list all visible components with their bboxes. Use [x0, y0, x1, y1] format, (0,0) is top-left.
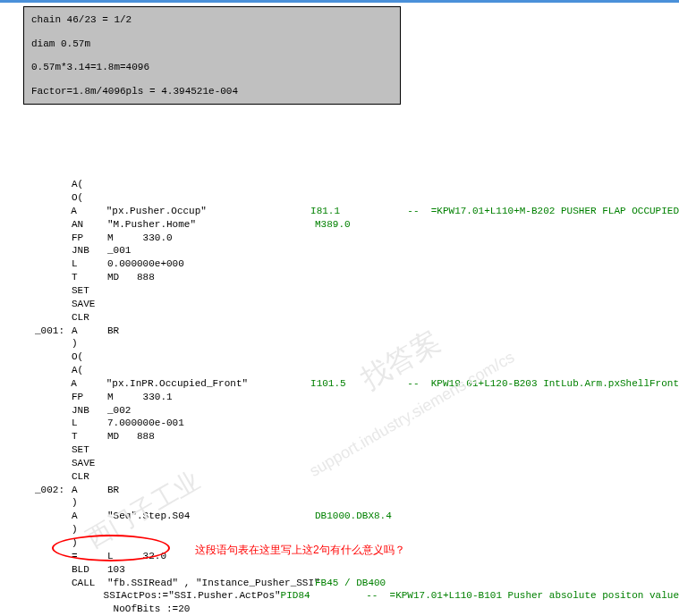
operand [107, 350, 315, 364]
address [315, 244, 413, 257]
opcode: AN [72, 218, 107, 232]
operand [107, 191, 315, 205]
code-line: AN"M.Pusher.Home"M389.0 [25, 218, 679, 232]
opcode: JNB [72, 244, 107, 257]
opcode: SET [72, 443, 107, 457]
code-line: BLD103 [25, 563, 679, 577]
address [315, 350, 413, 364]
opcode: JNB [72, 404, 107, 418]
address [315, 337, 413, 350]
code-line: FPM 330.1 [25, 391, 679, 404]
opcode: CALL [72, 577, 107, 590]
operand [107, 284, 315, 298]
code-line: SAVE [25, 457, 679, 470]
address [315, 191, 413, 205]
label [25, 337, 72, 350]
label: _002: [25, 484, 72, 497]
address [315, 417, 413, 430]
operand: MD 888 [107, 430, 315, 443]
opcode: A [71, 377, 106, 391]
code-line: L0.000000e+000 [25, 257, 679, 271]
opcode: O( [72, 350, 107, 364]
address [315, 470, 413, 484]
label [25, 232, 72, 245]
title-bar [0, 0, 679, 3]
operand [107, 311, 315, 325]
address [315, 443, 413, 457]
code-listing: 西门子工业 support.industry.siemens.com/cs 找答… [0, 108, 679, 616]
code-line: A"Seq".Step.S04DB1000.DBX8.4 [25, 510, 679, 523]
label [25, 364, 72, 377]
address: I101.5 [310, 377, 407, 391]
label [25, 391, 72, 404]
comment: -- =KPW17.01+L110-B101 Pusher absolute p… [366, 589, 679, 603]
address [315, 311, 413, 325]
operand: "px.Pusher.Occup" [106, 205, 310, 218]
label [25, 244, 72, 257]
opcode: A [72, 325, 107, 338]
code-line: L7.000000e-001 [25, 417, 679, 430]
address [315, 364, 413, 377]
code-line: NoOfBits :=20 [25, 603, 679, 616]
code-line: JNB_002 [25, 404, 679, 418]
code-line: A"px.InPR.Occupied_Front"I101.5-- KPW19.… [25, 377, 679, 391]
address: M389.0 [315, 218, 413, 232]
opcode: A( [72, 178, 107, 191]
operand [107, 443, 315, 457]
label [25, 443, 72, 457]
address [315, 232, 413, 245]
address [315, 391, 413, 404]
code-line: SET [25, 284, 679, 298]
operand [107, 470, 315, 484]
address [315, 298, 413, 311]
label [25, 257, 72, 271]
operand [107, 364, 315, 377]
opcode: T [72, 430, 107, 443]
opcode: O( [72, 191, 107, 205]
address: I81.1 [310, 205, 407, 218]
operand: _001 [107, 244, 315, 257]
label [25, 430, 72, 443]
operand [107, 523, 315, 536]
operand: "px.InPR.Occupied_Front" [106, 377, 310, 391]
code-line: CLR [25, 470, 679, 484]
operand: M 330.0 [107, 232, 315, 245]
opcode: SAVE [72, 457, 107, 470]
address: DB1000.DBX8.4 [315, 510, 413, 523]
operand: "Seq".Step.S04 [107, 510, 315, 523]
opcode: L [72, 257, 107, 271]
address [315, 484, 413, 497]
label [25, 523, 72, 536]
label [25, 404, 72, 418]
opcode: = [72, 550, 107, 563]
operand: M 330.1 [107, 391, 315, 404]
label [25, 536, 72, 550]
opcode: A [71, 205, 106, 218]
address: PID84 [281, 589, 367, 603]
code-line: A( [25, 364, 679, 377]
operand [107, 298, 315, 311]
info-line: Factor=1.8m/4096pls = 4.394521e-004 [31, 84, 393, 99]
info-line: chain 46/23 = 1/2 [31, 13, 393, 28]
label [25, 589, 66, 603]
address [315, 457, 413, 470]
operand: BR [107, 484, 315, 497]
label [25, 191, 72, 205]
operand: MD 888 [107, 271, 315, 284]
label [25, 284, 72, 298]
label [25, 577, 72, 590]
comment: -- =KPW17.01+L110+M-B202 PUSHER FLAP OCC… [407, 205, 679, 218]
label [25, 377, 71, 391]
opcode: ) [72, 523, 107, 536]
code-line: SSIActPos:="SSI.Pusher.ActPos"PID84-- =K… [25, 589, 679, 603]
code-line: ) [25, 496, 679, 510]
label [25, 205, 71, 218]
label [25, 457, 72, 470]
label [25, 563, 72, 577]
code-line: CALL"fb.SSIRead" , "Instance_Pusher_SSI"… [25, 577, 679, 590]
code-line: A( [25, 178, 679, 191]
opcode: T [72, 271, 107, 284]
address [315, 563, 413, 577]
opcode: BLD [72, 563, 107, 577]
label [25, 496, 72, 510]
